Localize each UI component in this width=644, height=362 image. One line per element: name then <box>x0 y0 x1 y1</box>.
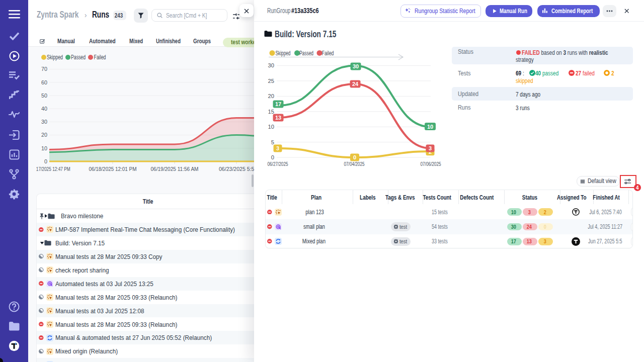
svg-text:0: 0 <box>44 158 47 164</box>
svg-text:10: 10 <box>427 124 433 130</box>
svg-text:30: 30 <box>353 63 359 69</box>
svg-text:3: 3 <box>276 145 279 151</box>
svg-text:07/06/2025: 07/06/2025 <box>421 161 441 167</box>
svg-text:06/27/2025: 06/27/2025 <box>268 161 288 167</box>
svg-text:30: 30 <box>268 62 274 68</box>
svg-text:17/2025 12:47 PM: 17/2025 12:47 PM <box>36 166 70 172</box>
svg-text:10: 10 <box>41 145 47 151</box>
svg-text:06/23/2025 5:52 PM: 06/23/2025 5:52 PM <box>219 166 254 172</box>
svg-text:20: 20 <box>268 93 274 99</box>
svg-text:07/04/2025: 07/04/2025 <box>344 161 365 167</box>
svg-text:25: 25 <box>268 78 274 84</box>
svg-text:24: 24 <box>352 81 359 87</box>
svg-text:40: 40 <box>41 106 47 112</box>
svg-text:Skipped: Skipped <box>276 50 291 57</box>
svg-text:Failed: Failed <box>322 50 334 57</box>
svg-text:30: 30 <box>41 119 47 125</box>
svg-text:50: 50 <box>41 93 47 99</box>
svg-text:0: 0 <box>353 154 356 160</box>
svg-text:Skipped: Skipped <box>47 54 63 61</box>
svg-text:3: 3 <box>429 145 432 151</box>
svg-text:60: 60 <box>41 79 47 85</box>
svg-text:0: 0 <box>271 154 274 160</box>
svg-text:Passed: Passed <box>299 50 313 57</box>
svg-text:Failed: Failed <box>94 54 106 61</box>
svg-text:06/18/2025 12:01 PM: 06/18/2025 12:01 PM <box>89 166 137 172</box>
svg-text:06/19/2025 11:56 AM: 06/19/2025 11:56 AM <box>151 166 199 172</box>
svg-text:70: 70 <box>41 66 47 72</box>
svg-text:17: 17 <box>275 101 281 107</box>
svg-text:10: 10 <box>268 124 274 130</box>
svg-text:15: 15 <box>268 109 274 115</box>
svg-text:5: 5 <box>271 139 274 145</box>
svg-text:13: 13 <box>275 115 281 121</box>
svg-text:Passed: Passed <box>71 54 86 61</box>
svg-text:20: 20 <box>41 132 47 138</box>
